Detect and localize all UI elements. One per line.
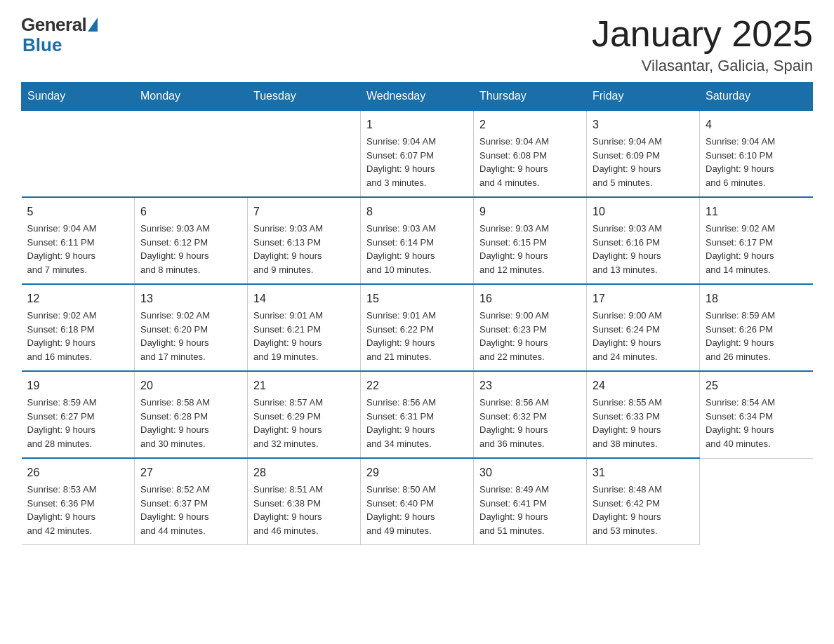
day-info: Sunrise: 8:59 AM Sunset: 6:27 PM Dayligh… [27, 396, 129, 450]
day-info: Sunrise: 8:50 AM Sunset: 6:40 PM Dayligh… [366, 483, 468, 537]
column-header-thursday: Thursday [474, 83, 587, 111]
day-info: Sunrise: 9:03 AM Sunset: 6:15 PM Dayligh… [479, 222, 581, 276]
calendar-cell: 8Sunrise: 9:03 AM Sunset: 6:14 PM Daylig… [361, 197, 474, 284]
day-info: Sunrise: 9:04 AM Sunset: 6:09 PM Dayligh… [593, 135, 694, 189]
calendar-cell [700, 458, 813, 545]
calendar-cell: 14Sunrise: 9:01 AM Sunset: 6:21 PM Dayli… [248, 284, 361, 371]
day-info: Sunrise: 9:03 AM Sunset: 6:12 PM Dayligh… [140, 222, 241, 276]
calendar-cell: 26Sunrise: 8:53 AM Sunset: 6:36 PM Dayli… [22, 458, 135, 545]
calendar-table: SundayMondayTuesdayWednesdayThursdayFrid… [21, 82, 813, 545]
column-header-saturday: Saturday [700, 83, 813, 111]
logo: General Blue [21, 14, 98, 56]
day-number: 7 [253, 203, 355, 220]
calendar-cell: 30Sunrise: 8:49 AM Sunset: 6:41 PM Dayli… [474, 458, 587, 545]
calendar-cell: 18Sunrise: 8:59 AM Sunset: 6:26 PM Dayli… [700, 284, 813, 371]
logo-general-text: General [21, 14, 86, 36]
calendar-cell: 17Sunrise: 9:00 AM Sunset: 6:24 PM Dayli… [587, 284, 700, 371]
day-info: Sunrise: 9:04 AM Sunset: 6:07 PM Dayligh… [366, 135, 468, 189]
calendar-title: January 2025 [592, 14, 813, 54]
calendar-cell: 15Sunrise: 9:01 AM Sunset: 6:22 PM Dayli… [361, 284, 474, 371]
calendar-cell: 12Sunrise: 9:02 AM Sunset: 6:18 PM Dayli… [22, 284, 135, 371]
calendar-week-row: 12Sunrise: 9:02 AM Sunset: 6:18 PM Dayli… [22, 284, 813, 371]
day-number: 17 [593, 290, 694, 307]
day-number: 29 [366, 464, 468, 481]
column-header-friday: Friday [587, 83, 700, 111]
calendar-cell: 10Sunrise: 9:03 AM Sunset: 6:16 PM Dayli… [587, 197, 700, 284]
day-number: 21 [253, 377, 355, 394]
day-info: Sunrise: 9:03 AM Sunset: 6:14 PM Dayligh… [366, 222, 468, 276]
day-info: Sunrise: 8:57 AM Sunset: 6:29 PM Dayligh… [253, 396, 355, 450]
calendar-cell: 23Sunrise: 8:56 AM Sunset: 6:32 PM Dayli… [474, 371, 587, 458]
calendar-cell: 13Sunrise: 9:02 AM Sunset: 6:20 PM Dayli… [135, 284, 248, 371]
calendar-cell: 4Sunrise: 9:04 AM Sunset: 6:10 PM Daylig… [700, 110, 813, 197]
calendar-cell: 22Sunrise: 8:56 AM Sunset: 6:31 PM Dayli… [361, 371, 474, 458]
day-info: Sunrise: 8:59 AM Sunset: 6:26 PM Dayligh… [706, 309, 807, 363]
day-number: 9 [479, 203, 581, 220]
day-number: 6 [140, 203, 241, 220]
calendar-cell: 29Sunrise: 8:50 AM Sunset: 6:40 PM Dayli… [361, 458, 474, 545]
day-number: 1 [366, 116, 468, 133]
column-header-tuesday: Tuesday [248, 83, 361, 111]
day-info: Sunrise: 8:55 AM Sunset: 6:33 PM Dayligh… [593, 396, 694, 450]
day-info: Sunrise: 8:51 AM Sunset: 6:38 PM Dayligh… [253, 483, 355, 537]
calendar-cell [248, 110, 361, 197]
day-info: Sunrise: 9:01 AM Sunset: 6:22 PM Dayligh… [366, 309, 468, 363]
calendar-subtitle: Vilasantar, Galicia, Spain [592, 57, 813, 75]
day-number: 31 [593, 464, 694, 481]
calendar-week-row: 26Sunrise: 8:53 AM Sunset: 6:36 PM Dayli… [22, 458, 813, 545]
day-number: 20 [140, 377, 241, 394]
day-number: 11 [706, 203, 807, 220]
day-number: 5 [27, 203, 129, 220]
day-number: 25 [706, 377, 807, 394]
calendar-cell [135, 110, 248, 197]
calendar-header-row: SundayMondayTuesdayWednesdayThursdayFrid… [22, 83, 813, 111]
calendar-cell: 5Sunrise: 9:04 AM Sunset: 6:11 PM Daylig… [22, 197, 135, 284]
day-number: 19 [27, 377, 129, 394]
calendar-cell: 27Sunrise: 8:52 AM Sunset: 6:37 PM Dayli… [135, 458, 248, 545]
day-number: 15 [366, 290, 468, 307]
day-info: Sunrise: 8:53 AM Sunset: 6:36 PM Dayligh… [27, 483, 129, 537]
day-info: Sunrise: 8:52 AM Sunset: 6:37 PM Dayligh… [140, 483, 241, 537]
day-number: 2 [479, 116, 581, 133]
day-info: Sunrise: 8:56 AM Sunset: 6:31 PM Dayligh… [366, 396, 468, 450]
day-info: Sunrise: 9:04 AM Sunset: 6:10 PM Dayligh… [706, 135, 807, 189]
calendar-cell: 31Sunrise: 8:48 AM Sunset: 6:42 PM Dayli… [587, 458, 700, 545]
day-number: 23 [479, 377, 581, 394]
day-info: Sunrise: 8:48 AM Sunset: 6:42 PM Dayligh… [593, 483, 694, 537]
calendar-cell: 21Sunrise: 8:57 AM Sunset: 6:29 PM Dayli… [248, 371, 361, 458]
calendar-week-row: 19Sunrise: 8:59 AM Sunset: 6:27 PM Dayli… [22, 371, 813, 458]
day-info: Sunrise: 8:49 AM Sunset: 6:41 PM Dayligh… [479, 483, 581, 537]
calendar-cell: 6Sunrise: 9:03 AM Sunset: 6:12 PM Daylig… [135, 197, 248, 284]
day-number: 16 [479, 290, 581, 307]
calendar-cell: 2Sunrise: 9:04 AM Sunset: 6:08 PM Daylig… [474, 110, 587, 197]
day-info: Sunrise: 8:56 AM Sunset: 6:32 PM Dayligh… [479, 396, 581, 450]
calendar-cell [22, 110, 135, 197]
day-info: Sunrise: 8:58 AM Sunset: 6:28 PM Dayligh… [140, 396, 241, 450]
logo-blue-text: Blue [22, 34, 62, 56]
day-number: 22 [366, 377, 468, 394]
day-info: Sunrise: 8:54 AM Sunset: 6:34 PM Dayligh… [706, 396, 807, 450]
day-number: 3 [593, 116, 694, 133]
logo-triangle-icon [88, 18, 98, 32]
calendar-cell: 7Sunrise: 9:03 AM Sunset: 6:13 PM Daylig… [248, 197, 361, 284]
column-header-wednesday: Wednesday [361, 83, 474, 111]
day-number: 26 [27, 464, 129, 481]
calendar-cell: 16Sunrise: 9:00 AM Sunset: 6:23 PM Dayli… [474, 284, 587, 371]
calendar-week-row: 5Sunrise: 9:04 AM Sunset: 6:11 PM Daylig… [22, 197, 813, 284]
day-number: 18 [706, 290, 807, 307]
day-info: Sunrise: 9:04 AM Sunset: 6:11 PM Dayligh… [27, 222, 129, 276]
day-number: 30 [479, 464, 581, 481]
day-number: 13 [140, 290, 241, 307]
calendar-cell: 25Sunrise: 8:54 AM Sunset: 6:34 PM Dayli… [700, 371, 813, 458]
day-info: Sunrise: 9:01 AM Sunset: 6:21 PM Dayligh… [253, 309, 355, 363]
calendar-cell: 3Sunrise: 9:04 AM Sunset: 6:09 PM Daylig… [587, 110, 700, 197]
day-info: Sunrise: 9:03 AM Sunset: 6:16 PM Dayligh… [593, 222, 694, 276]
day-info: Sunrise: 9:02 AM Sunset: 6:17 PM Dayligh… [706, 222, 807, 276]
day-number: 4 [706, 116, 807, 133]
calendar-cell: 24Sunrise: 8:55 AM Sunset: 6:33 PM Dayli… [587, 371, 700, 458]
day-info: Sunrise: 9:02 AM Sunset: 6:20 PM Dayligh… [140, 309, 241, 363]
column-header-sunday: Sunday [22, 83, 135, 111]
calendar-cell: 19Sunrise: 8:59 AM Sunset: 6:27 PM Dayli… [22, 371, 135, 458]
day-number: 8 [366, 203, 468, 220]
day-info: Sunrise: 9:02 AM Sunset: 6:18 PM Dayligh… [27, 309, 129, 363]
